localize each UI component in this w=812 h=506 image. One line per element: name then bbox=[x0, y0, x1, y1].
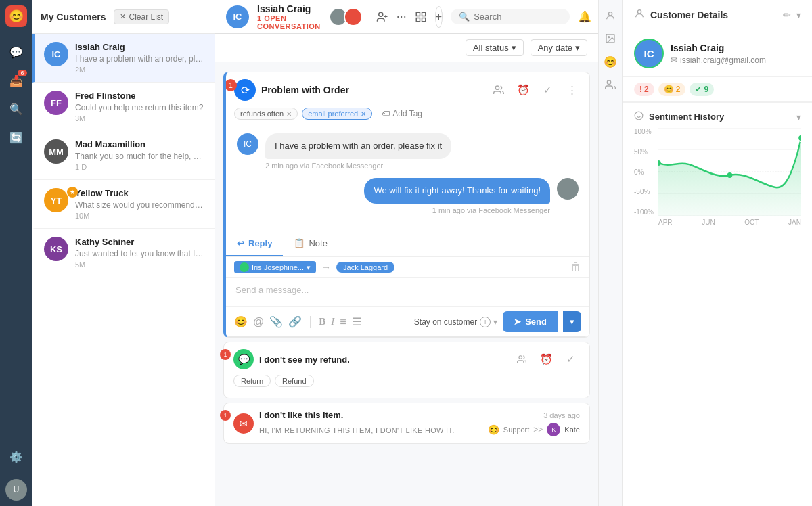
customer-info: Kathy Schiner Just wanted to let you kno… bbox=[75, 237, 205, 269]
ordered-list-icon[interactable]: ≡ bbox=[340, 316, 346, 328]
date-filter-label: Any date bbox=[538, 43, 572, 53]
unread-badge: 1 bbox=[220, 349, 231, 360]
mention-icon[interactable]: @ bbox=[253, 316, 264, 328]
customer-item[interactable]: FF Fred Flinstone Could you help me retu… bbox=[32, 83, 215, 131]
bold-icon[interactable]: B bbox=[319, 316, 325, 327]
add-user-icon bbox=[376, 11, 388, 23]
chevron-down-icon[interactable]: ▾ bbox=[796, 112, 801, 122]
conversation-info: I don't like this item. 3 days ago HI, I… bbox=[259, 410, 580, 436]
nav-item-refresh[interactable]: 🔄 bbox=[4, 125, 28, 150]
chart-svg-area bbox=[658, 128, 801, 216]
notification-bell[interactable]: 🔔 bbox=[578, 6, 591, 28]
side-user-icon[interactable] bbox=[600, 5, 621, 26]
add-tag-button[interactable]: 🏷 Add Tag bbox=[376, 108, 428, 120]
refresh-icon: 🔄 bbox=[9, 131, 23, 144]
add-button[interactable]: + bbox=[435, 6, 443, 28]
unread-badge: 1 bbox=[225, 79, 237, 91]
nav-item-inbox[interactable]: 📥 6 bbox=[4, 68, 28, 93]
nav-item-conversations[interactable]: 💬 bbox=[4, 40, 28, 64]
reminder-icon[interactable]: ⏰ bbox=[514, 80, 533, 99]
conversation-tags: Return Refund bbox=[233, 375, 580, 387]
stay-on-customer-toggle[interactable]: Stay on customer i ▾ bbox=[414, 317, 497, 327]
resolve-icon[interactable]: ✓ bbox=[561, 350, 580, 369]
side-image-icon[interactable] bbox=[600, 28, 621, 49]
reply-tab[interactable]: ↩ Reply bbox=[226, 231, 283, 256]
status-filter-label: All status bbox=[473, 43, 509, 53]
customer-time: 3M bbox=[75, 114, 205, 122]
customer-item[interactable]: YT Yellow Truck What size would you reco… bbox=[32, 180, 215, 229]
customer-email-row: ✉ issiah.craig@gmail.com bbox=[671, 55, 766, 65]
date-filter[interactable]: Any date ▾ bbox=[531, 39, 587, 56]
emoji-icon[interactable]: 😊 bbox=[234, 315, 248, 328]
layout-button[interactable] bbox=[415, 6, 427, 28]
chevron-down-icon[interactable]: ▾ bbox=[796, 9, 801, 20]
conversation-header: ⟳ Problem with Order ⏰ ✓ ⋮ bbox=[226, 72, 589, 108]
more-menu-icon[interactable]: ⋮ bbox=[562, 80, 581, 99]
sentiment-svg bbox=[658, 128, 801, 216]
side-person-icon[interactable] bbox=[600, 74, 621, 95]
stay-on-customer-label: Stay on customer bbox=[414, 317, 477, 327]
conversation-time: 3 days ago bbox=[543, 411, 580, 419]
main-header-info: Issiah Craig 1 OPEN CONVERSATION bbox=[257, 3, 321, 30]
customer-preview: I have a problem with an order, pleas fi… bbox=[75, 54, 205, 64]
conversation-meta: HI, I'M RETURNING THIS ITEM, I DON'T LIK… bbox=[259, 423, 580, 436]
badge-count: 2 bbox=[676, 85, 681, 94]
resolve-icon[interactable]: ✓ bbox=[538, 80, 557, 99]
app-logo[interactable]: 😊 bbox=[5, 5, 27, 27]
clear-list-button[interactable]: ✕ Clear List bbox=[114, 9, 169, 24]
conversation-title: I don't see my refund. bbox=[259, 354, 507, 365]
customer-info: Issiah Craig I have a problem with an or… bbox=[75, 42, 205, 74]
customer-time: 10M bbox=[75, 212, 205, 220]
side-emoji-icon[interactable]: 😊 bbox=[600, 51, 621, 72]
customer-preview: Thank you so much for the help, much app… bbox=[75, 152, 205, 161]
customer-item[interactable]: MM Mad Maxamillion Thank you so much for… bbox=[32, 131, 215, 180]
reminder-icon[interactable]: ⏰ bbox=[537, 350, 556, 369]
plus-icon: + bbox=[436, 11, 442, 23]
note-tab[interactable]: 📋 Note bbox=[283, 231, 338, 256]
tag-label: email preferred bbox=[308, 110, 358, 118]
edit-icon[interactable]: ✏ bbox=[783, 9, 791, 20]
search-box[interactable]: 🔍 bbox=[451, 9, 570, 24]
conversation-card: 1 ⟳ Problem with Order ⏰ ✓ ⋮ refunds oft… bbox=[223, 72, 590, 338]
header-avatar-2 bbox=[344, 7, 363, 26]
check-icon: ✓ bbox=[695, 85, 702, 94]
remove-tag-icon[interactable]: ✕ bbox=[286, 110, 292, 118]
customer-profile: IC Issiah Craig ✉ issiah.craig@gmail.com bbox=[623, 30, 812, 77]
nav-user-avatar[interactable]: U bbox=[5, 479, 27, 501]
send-button[interactable]: ➤ Send bbox=[503, 311, 558, 332]
link-icon[interactable]: 🔗 bbox=[288, 315, 302, 328]
customer-avatar: KS bbox=[44, 237, 68, 261]
arrow-right-icon: → bbox=[321, 262, 331, 273]
delete-icon[interactable]: 🗑 bbox=[570, 261, 581, 273]
conversations-area: 1 ⟳ Problem with Order ⏰ ✓ ⋮ refunds oft… bbox=[215, 62, 598, 506]
nav-item-search[interactable]: 🔍 bbox=[4, 97, 28, 121]
unordered-list-icon[interactable]: ☰ bbox=[352, 315, 361, 328]
customer-name: Mad Maxamillion bbox=[75, 139, 205, 150]
add-team-icon[interactable] bbox=[489, 80, 508, 99]
add-team-icon[interactable] bbox=[512, 350, 531, 369]
search-input[interactable] bbox=[474, 12, 562, 22]
customer-details-title: Customer Details bbox=[650, 9, 777, 20]
reply-input-area[interactable]: Send a message... bbox=[226, 278, 589, 306]
customer-avatar: YT bbox=[44, 188, 68, 212]
customer-preview: What size would you recommend for the... bbox=[75, 200, 205, 210]
tag-refunds: refunds often ✕ bbox=[234, 108, 298, 120]
add-user-button[interactable] bbox=[376, 6, 388, 28]
send-dropdown-button[interactable]: ▾ bbox=[563, 311, 581, 332]
status-filter[interactable]: All status ▾ bbox=[466, 39, 524, 56]
remove-tag-icon[interactable]: ✕ bbox=[361, 110, 366, 118]
sentiment-section: Sentiment History ▾ 100% 50% 0% -50% -10… bbox=[623, 102, 812, 234]
italic-icon[interactable]: I bbox=[331, 316, 334, 327]
conversation-tags: refunds often ✕ email preferred ✕ 🏷 Add … bbox=[226, 108, 589, 125]
customer-item[interactable]: IC Issiah Craig I have a problem with an… bbox=[32, 34, 215, 83]
customer-item[interactable]: KS Kathy Schiner Just wanted to let you … bbox=[32, 229, 215, 277]
more-options-button[interactable]: ··· bbox=[397, 6, 407, 28]
from-badge: Iris Josephine... ▾ bbox=[234, 261, 316, 273]
customer-list-header: My Customers ✕ Clear List bbox=[32, 0, 215, 34]
message-meta: 2 min ago via Facebook Messenger bbox=[265, 162, 451, 170]
customer-avatar: FF bbox=[44, 91, 68, 115]
attachment-icon[interactable]: 📎 bbox=[269, 315, 283, 328]
info-icon: i bbox=[480, 317, 491, 327]
nav-item-settings[interactable]: ⚙️ bbox=[4, 444, 28, 469]
customer-items-list: IC Issiah Craig I have a problem with an… bbox=[32, 34, 215, 506]
